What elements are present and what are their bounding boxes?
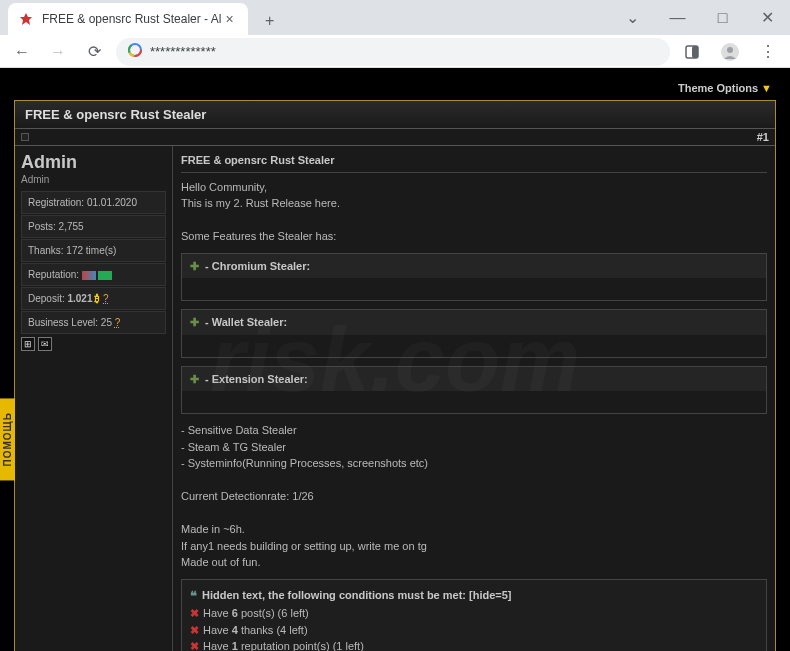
user-sidebar: Admin Admin Registration: 01.01.2020 Pos…	[15, 146, 173, 651]
post-number[interactable]: #1	[757, 131, 769, 143]
url-text: *************	[150, 44, 216, 59]
mail-icon[interactable]: ✉	[38, 337, 52, 351]
nav-forward-button[interactable]: →	[44, 38, 72, 66]
browser-tab[interactable]: FREE & opensrc Rust Stealer - Al ×	[8, 3, 248, 35]
profile-icon[interactable]	[716, 38, 744, 66]
menu-icon[interactable]: ⋮	[754, 38, 782, 66]
chevron-down-icon: ▼	[761, 82, 772, 94]
expand-icon: ✚	[190, 371, 199, 388]
url-input[interactable]: *************	[116, 38, 670, 66]
spoiler-extension[interactable]: ✚- Extension Stealer:	[181, 366, 767, 415]
user-stat-registration: Registration: 01.01.2020	[21, 191, 166, 214]
post-header-bar: #1	[15, 129, 775, 146]
address-bar: ← → ⟳ ************* ⋮	[0, 35, 790, 68]
spoiler-chromium[interactable]: ✚- Chromium Stealer:	[181, 253, 767, 302]
browser-chrome: FREE & opensrc Rust Stealer - Al × + ⌄ —…	[0, 0, 790, 68]
svg-marker-0	[20, 13, 32, 25]
user-stat-thanks: Thanks: 172 time(s)	[21, 239, 166, 262]
x-icon: ✖	[190, 607, 199, 619]
bizlevel-help-link[interactable]: ?	[115, 317, 121, 328]
window-dropdown-icon[interactable]: ⌄	[610, 0, 655, 35]
post-marker-icon	[21, 133, 29, 141]
expand-icon: ✚	[190, 258, 199, 275]
user-stat-reputation: Reputation:	[21, 263, 166, 286]
grid-icon[interactable]: ⊞	[21, 337, 35, 351]
post-title: FREE & opensrc Rust Stealer	[181, 152, 767, 173]
reader-icon[interactable]	[678, 38, 706, 66]
username[interactable]: Admin	[21, 152, 166, 173]
x-icon: ✖	[190, 640, 199, 651]
theme-options-button[interactable]: Theme Options ▼	[14, 78, 776, 100]
user-stat-business-level: Business Level: 25 ?	[21, 311, 166, 334]
spoiler-wallet[interactable]: ✚- Wallet Stealer:	[181, 309, 767, 358]
new-tab-button[interactable]: +	[256, 7, 284, 35]
expand-icon: ✚	[190, 314, 199, 331]
page-viewport[interactable]: risk.com ПОМОЩЬ Theme Options ▼ FREE & o…	[0, 68, 790, 651]
user-stat-posts: Posts: 2,755	[21, 215, 166, 238]
thread-container: FREE & opensrc Rust Stealer #1 Admin Adm…	[14, 100, 776, 651]
help-side-tab[interactable]: ПОМОЩЬ	[0, 398, 15, 480]
window-minimize-icon[interactable]: —	[655, 0, 700, 35]
nav-reload-button[interactable]: ⟳	[80, 38, 108, 66]
quote-icon: ❝	[190, 586, 197, 606]
nav-back-button[interactable]: ←	[8, 38, 36, 66]
tab-bar: FREE & opensrc Rust Stealer - Al × + ⌄ —…	[0, 0, 790, 35]
user-stat-deposit: Deposit: 1.021 ₿ ?	[21, 287, 166, 310]
x-icon: ✖	[190, 624, 199, 636]
svg-rect-6	[692, 46, 698, 58]
tab-title: FREE & opensrc Rust Stealer - Al	[42, 12, 221, 26]
favicon	[18, 11, 34, 27]
bitcoin-icon: ₿	[95, 293, 100, 304]
hidden-content-box: ❝Hidden text, the following conditions m…	[181, 579, 767, 652]
tab-close-icon[interactable]: ×	[221, 11, 237, 27]
window-maximize-icon[interactable]: □	[700, 0, 745, 35]
window-close-icon[interactable]: ✕	[745, 0, 790, 35]
deposit-help-link[interactable]: ?	[103, 293, 109, 304]
thread-title: FREE & opensrc Rust Stealer	[15, 101, 775, 129]
user-title: Admin	[21, 174, 166, 185]
search-engine-icon	[128, 43, 142, 60]
post-content: FREE & opensrc Rust Stealer Hello Commun…	[173, 146, 775, 651]
svg-point-8	[727, 47, 733, 53]
post-text: Hello Community, This is my 2. Rust Rele…	[181, 179, 767, 245]
post-text: - Sensitive Data Stealer - Steam & TG St…	[181, 422, 767, 571]
